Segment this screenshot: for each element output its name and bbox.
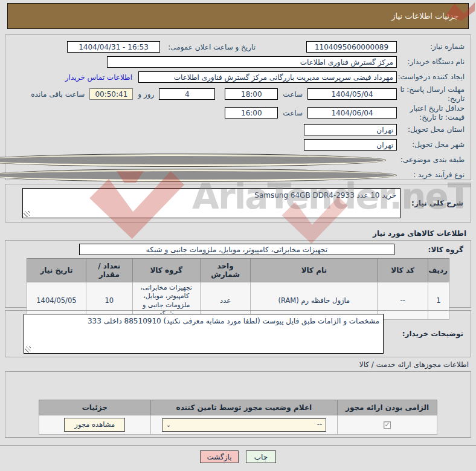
- price-validity-row: حداقل تاریخ اعتبار قیمت: تا تاریخ: 1404/…: [9, 103, 465, 122]
- city-field[interactable]: تهران: [304, 139, 397, 151]
- goods-section: گروه کالا: تجهیزات مخابراتی، کامپیوتر، م…: [5, 240, 471, 308]
- page-title: جزئیات اطلاعات نیاز: [391, 11, 458, 21]
- description-text: خرید 10 عدد Samsung 64GB DDR4-2933: [254, 191, 396, 200]
- process-type-label: نوع فرآیند خرید :: [397, 171, 465, 180]
- need-number-field[interactable]: 1104095060000089: [306, 41, 397, 53]
- chevron-down-icon: ⌄: [166, 421, 171, 429]
- creator-label: ایجاد کننده درخواست:: [397, 73, 465, 82]
- col-unit: واحد شمارش: [200, 259, 251, 282]
- goods-group-label: گروه کالا:: [398, 245, 463, 254]
- col-permit-mandatory: الزامی بودن ارائه مجوز: [338, 400, 437, 415]
- province-row: استان محل تحویل: تهران: [9, 122, 465, 137]
- col-permit-status: اعلام وضعیت مجوز توسط تامین کننده: [150, 400, 338, 415]
- need-number-label: شماره نیاز:: [397, 42, 465, 51]
- deadline-hour-label: ساعت: [283, 90, 303, 99]
- days-and-label: روز و: [138, 90, 154, 99]
- price-validity-label: حداقل تاریخ اعتبار قیمت: تا تاریخ:: [397, 104, 465, 122]
- validity-hour-label: ساعت: [283, 109, 303, 117]
- city-label: شهر محل تحویل:: [397, 140, 465, 149]
- permits-table: الزامی بودن ارائه مجوز اعلام وضعیت مجوز …: [39, 400, 437, 435]
- col-row-number: ردیف: [428, 259, 449, 282]
- announce-datetime-field[interactable]: 1404/04/31 - 16:53: [67, 41, 160, 53]
- permits-table-header-row: الزامی بودن ارائه مجوز اعلام وضعیت مجوز …: [39, 400, 437, 415]
- col-goods-code: کد کالا: [378, 259, 428, 282]
- city-row: شهر محل تحویل: تهران: [9, 137, 465, 152]
- permit-status-value: --: [317, 420, 322, 429]
- print-button[interactable]: چاپ: [246, 450, 276, 463]
- footer-divider: [0, 445, 476, 446]
- province-label: استان محل تحویل:: [397, 125, 465, 134]
- radio-minor[interactable]: [0, 169, 397, 182]
- countdown-timer: 00:50:41: [89, 88, 133, 100]
- classification-row: طبقه بندی موضوعی: کالا خدمت کالا/خدمت: [9, 152, 465, 167]
- description-section: شرح کلی نیاز: خرید 10 عدد Samsung 64GB D…: [5, 184, 471, 223]
- permits-section: الزامی بودن ارائه مجوز اعلام وضعیت مجوز …: [5, 371, 471, 438]
- resize-grip-icon[interactable]: [24, 211, 30, 217]
- goods-group-row: گروه کالا: تجهیزات مخابراتی، کامپیوتر، م…: [5, 244, 471, 255]
- permits-section-heading: اطلاعات مجوزهای ارائه خدمت / کالا: [359, 360, 469, 369]
- deadline-date-field[interactable]: 1404/05/04: [307, 88, 397, 100]
- col-quantity: تعداد / مقدار: [86, 259, 132, 282]
- hours-remaining-label: ساعت باقی مانده: [31, 90, 85, 99]
- creator-row: ایجاد کننده درخواست: مهرداد فیضی سرپرست …: [9, 70, 465, 85]
- buyer-notes-text: مشخصات و الزامات طبق فایل پیوست (لطفا مو…: [88, 317, 379, 325]
- buyer-org-label: نام دستگاه خریدار:: [397, 57, 465, 67]
- validity-date-field[interactable]: 1404/06/04: [307, 107, 397, 119]
- page-title-bar: جزئیات اطلاعات نیاز: [7, 3, 469, 29]
- validity-time-field[interactable]: 16:00: [225, 107, 278, 119]
- radio-goods[interactable]: [0, 154, 386, 167]
- col-permit-details: جزئیات: [39, 400, 151, 415]
- deadline-time-field[interactable]: 18:00: [225, 88, 278, 100]
- need-details-section: شماره نیاز: 1104095060000089 تاریخ و ساع…: [5, 34, 471, 180]
- description-textarea[interactable]: خرید 10 عدد Samsung 64GB DDR4-2933: [22, 188, 400, 218]
- buyer-org-field[interactable]: مرکز گسترش فناوری اطلاعات: [107, 56, 397, 68]
- classification-label: طبقه بندی موضوعی:: [397, 155, 465, 164]
- province-field[interactable]: تهران: [304, 124, 397, 135]
- cell-permit-mandatory: ✓: [338, 415, 437, 435]
- response-deadline-label: مهلت ارسال پاسخ: تا تاریخ:: [397, 85, 465, 103]
- buyer-notes-section: توضیحات خریدار: مشخصات و الزامات طبق فای…: [5, 310, 471, 357]
- permit-mandatory-checkbox[interactable]: ✓: [384, 421, 391, 429]
- permits-table-row: ✓ ⌄ -- مشاهده مجوز: [39, 415, 437, 435]
- creator-field[interactable]: مهرداد فیضی سرپرست مدیریت بازرگانی مرکز …: [138, 71, 397, 83]
- goods-table-header-row: ردیف کد کالا نام کالا واحد شمارش گروه کا…: [27, 259, 449, 282]
- col-goods-group: گروه کالا: [132, 259, 200, 282]
- need-details-page: { "colors": { "header_brown": "#8e6f41",…: [0, 0, 476, 471]
- cell-permit-details: مشاهده مجوز: [39, 415, 151, 435]
- col-need-date: تاریخ نیاز: [27, 259, 86, 282]
- view-permit-button[interactable]: مشاهده مجوز: [64, 418, 125, 432]
- description-label: شرح کلی نیاز:: [405, 199, 463, 207]
- buyer-notes-textarea[interactable]: مشخصات و الزامات طبق فایل پیوست (لطفا مو…: [24, 314, 384, 354]
- col-goods-name: نام کالا: [251, 259, 378, 282]
- announce-datetime-label: تاریخ و ساعت اعلان عمومی:: [160, 43, 256, 51]
- response-deadline-row: مهلت ارسال پاسخ: تا تاریخ: 1404/05/04 سا…: [9, 85, 465, 103]
- process-type-row: نوع فرآیند خرید : جزیی متوسط پرداخت تمام…: [9, 167, 465, 183]
- buyer-notes-label: توضیحات خریدار:: [388, 330, 463, 338]
- goods-section-heading: اطلاعات کالاهای مورد نیاز: [373, 229, 466, 238]
- buyer-contact-link[interactable]: اطلاعات تماس خریدار: [65, 73, 132, 82]
- goods-group-field[interactable]: تجهیزات مخابراتی، کامپیوتر، موبایل، ملزو…: [79, 244, 394, 255]
- back-button[interactable]: بازگشت: [200, 450, 239, 463]
- cell-permit-status: ⌄ --: [150, 415, 338, 435]
- remaining-days-field[interactable]: 4: [159, 88, 215, 100]
- buyer-org-row: نام دستگاه خریدار: مرکز گسترش فناوری اطل…: [9, 54, 465, 70]
- resize-grip-icon[interactable]: [25, 346, 31, 352]
- footer-buttons: چاپ بازگشت: [0, 450, 476, 463]
- permit-status-select[interactable]: ⌄ --: [162, 418, 326, 432]
- need-number-row: شماره نیاز: 1104095060000089 تاریخ و ساع…: [9, 39, 465, 54]
